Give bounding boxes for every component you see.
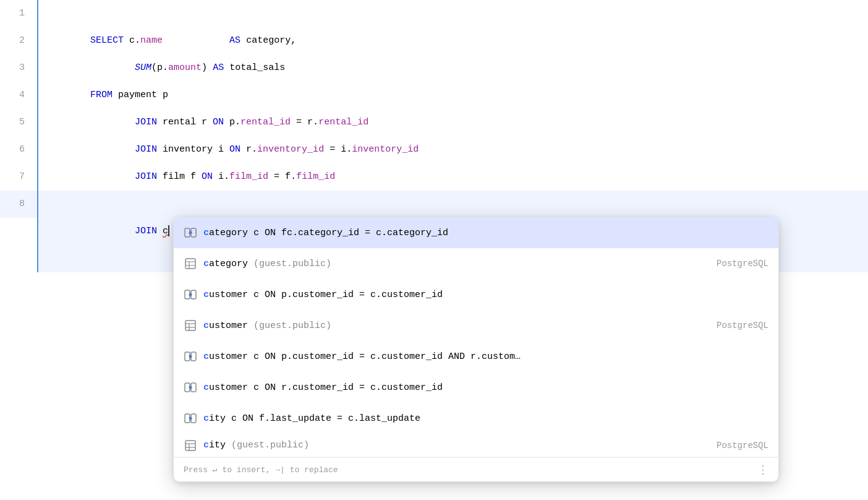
item-label-1: category c ON fc.category_id = c.categor… bbox=[203, 228, 768, 238]
footer-menu-button[interactable]: ⋮ bbox=[757, 463, 768, 476]
autocomplete-item-3[interactable]: customer c ON p.customer_id = c.customer… bbox=[174, 279, 778, 310]
line-number-2: 2 bbox=[0, 27, 37, 54]
svg-point-19 bbox=[189, 386, 192, 389]
code-area: 1 SELECT c.name AS category, 2 SUM(p.amo… bbox=[0, 0, 868, 218]
line-number-6: 6 bbox=[0, 136, 37, 163]
code-line-3: 3 FROM payment p bbox=[0, 54, 868, 82]
text-cursor bbox=[168, 225, 169, 236]
line-number-7: 7 bbox=[0, 163, 37, 191]
autocomplete-item-2[interactable]: category (guest.public) PostgreSQL bbox=[174, 248, 778, 279]
item-label-3: customer c ON p.customer_id = c.customer… bbox=[203, 290, 768, 300]
svg-rect-10 bbox=[185, 321, 195, 330]
autocomplete-dropdown: category c ON fc.category_id = c.categor… bbox=[173, 217, 779, 482]
item-label-5: customer c ON p.customer_id = c.customer… bbox=[203, 351, 768, 362]
svg-rect-23 bbox=[185, 441, 195, 450]
item-source-8: PostgreSQL bbox=[717, 441, 768, 450]
item-label-7: city c ON f.last_update = c.last_update bbox=[203, 413, 768, 424]
item-label-4: customer (guest.public) bbox=[203, 321, 710, 331]
code-line-1: 1 SELECT c.name AS category, bbox=[0, 0, 868, 27]
svg-point-16 bbox=[189, 355, 192, 358]
code-line-6: 6 JOIN film f ON i.film_id = f.film_id bbox=[0, 136, 868, 163]
item-source-4: PostgreSQL bbox=[717, 321, 768, 330]
code-line-2: 2 SUM(p.amount) AS total_sals bbox=[0, 27, 868, 54]
line-number-1: 1 bbox=[0, 0, 37, 27]
line-number-5: 5 bbox=[0, 109, 37, 136]
code-line-8: 8 JOIN c bbox=[0, 191, 868, 218]
line-number-8: 8 bbox=[0, 191, 37, 218]
autocomplete-item-1[interactable]: category c ON fc.category_id = c.categor… bbox=[174, 217, 778, 248]
typed-text: c bbox=[163, 226, 168, 236]
svg-point-22 bbox=[189, 417, 192, 420]
join-icon-5 bbox=[184, 350, 197, 363]
table-icon-2 bbox=[184, 257, 197, 270]
join-icon-3 bbox=[184, 288, 197, 301]
code-line-5: 5 JOIN inventory i ON r.inventory_id = i… bbox=[0, 109, 868, 136]
autocomplete-item-6[interactable]: customer c ON r.customer_id = c.customer… bbox=[174, 372, 778, 403]
item-label-2: category (guest.public) bbox=[203, 259, 710, 269]
code-line-4: 4 JOIN rental r ON p.rental_id = r.renta… bbox=[0, 82, 868, 109]
svg-rect-3 bbox=[185, 259, 195, 269]
code-line-7: 7 JOIN film_category fc ON f.film_id = f… bbox=[0, 163, 868, 191]
keyword-join-8: JOIN bbox=[135, 226, 157, 236]
line-number-4: 4 bbox=[0, 82, 37, 109]
join-icon-7 bbox=[184, 412, 197, 425]
autocomplete-item-8[interactable]: city (guest.public) PostgreSQL bbox=[174, 434, 778, 457]
item-label-8: city (guest.public) bbox=[203, 440, 710, 450]
svg-point-2 bbox=[189, 231, 192, 235]
item-source-2: PostgreSQL bbox=[717, 259, 768, 269]
table-icon-4 bbox=[184, 319, 197, 332]
item-label-6: customer c ON r.customer_id = c.customer… bbox=[203, 382, 768, 393]
line-number-3: 3 bbox=[0, 54, 37, 82]
autocomplete-item-7[interactable]: city c ON f.last_update = c.last_update bbox=[174, 403, 778, 434]
table-icon-8 bbox=[184, 439, 197, 452]
autocomplete-footer: Press ↵ to insert, →| to replace ⋮ bbox=[174, 457, 778, 481]
autocomplete-item-4[interactable]: customer (guest.public) PostgreSQL bbox=[174, 310, 778, 341]
join-icon-6 bbox=[184, 381, 197, 394]
svg-point-9 bbox=[189, 293, 192, 296]
autocomplete-item-5[interactable]: customer c ON p.customer_id = c.customer… bbox=[174, 341, 778, 372]
join-icon-1 bbox=[184, 226, 197, 239]
editor-container: ! 2 ∧ ∨ 1 SELECT c.name AS category, 2 S… bbox=[0, 0, 868, 500]
footer-hint: Press ↵ to insert, →| to replace bbox=[184, 465, 338, 475]
